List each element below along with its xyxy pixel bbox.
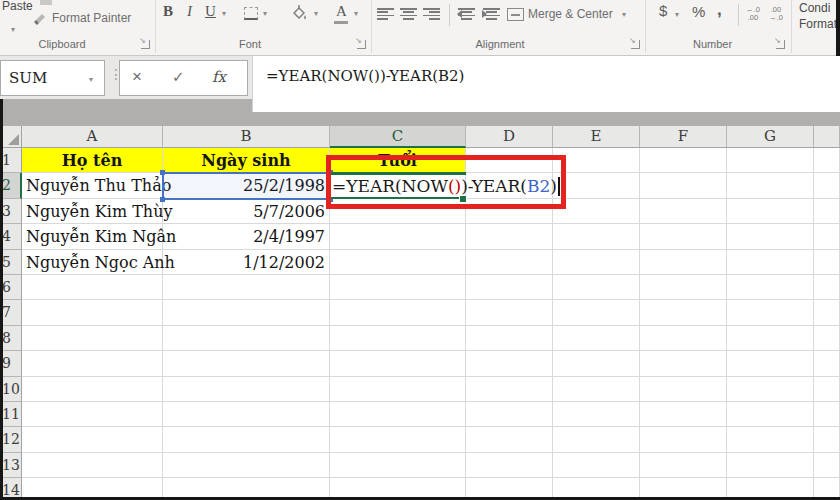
currency-format-button[interactable]: $ (659, 2, 667, 19)
cell-D10[interactable] (466, 377, 553, 402)
cell-G1[interactable] (727, 148, 814, 173)
cell-F13[interactable] (640, 453, 727, 478)
cell-A10[interactable] (22, 377, 163, 402)
align-left-icon[interactable] (377, 8, 394, 20)
cell-B8[interactable] (163, 326, 330, 351)
cancel-button[interactable]: × (132, 67, 142, 87)
cell-H7[interactable] (814, 300, 840, 325)
cell-C12[interactable] (330, 427, 466, 452)
row-header-2[interactable]: 2 (0, 173, 22, 198)
cell-F1[interactable] (640, 148, 727, 173)
cell-B5[interactable]: 1/12/2002 (163, 250, 330, 275)
row-header-10[interactable]: 10 (0, 377, 22, 402)
cell-H6[interactable] (814, 275, 840, 300)
cell-F10[interactable] (640, 377, 727, 402)
cell-A3[interactable]: Nguyễn Kim Thùy (22, 199, 163, 224)
cell-B3[interactable]: 5/7/2006 (163, 199, 330, 224)
bold-button[interactable]: B (163, 3, 173, 20)
increase-decimal-icon[interactable]: ←.0 .00 (743, 6, 763, 22)
cell-D11[interactable] (466, 402, 553, 427)
underline-button[interactable]: U (205, 3, 216, 20)
cell-C8[interactable] (330, 326, 466, 351)
cell-D12[interactable] (466, 427, 553, 452)
decrease-decimal-icon[interactable]: .00 →.0 (766, 6, 786, 22)
cell-C7[interactable] (330, 300, 466, 325)
cell-B4[interactable]: 2/4/1997 (163, 224, 330, 249)
cell-H8[interactable] (814, 326, 840, 351)
conditional-formatting-button-line2[interactable]: Format (799, 17, 837, 31)
cell-E11[interactable] (553, 402, 640, 427)
cell-B1[interactable]: Ngày sinh (163, 148, 330, 173)
cell-C9[interactable] (330, 351, 466, 376)
cell-H3[interactable] (814, 199, 840, 224)
fill-color-icon[interactable] (290, 5, 307, 21)
cell-H2[interactable] (814, 173, 840, 198)
cell-F9[interactable] (640, 351, 727, 376)
cell-F7[interactable] (640, 300, 727, 325)
font-dialog-launcher-icon[interactable] (357, 40, 366, 49)
percent-style-button[interactable]: % (692, 3, 705, 20)
cell-A5[interactable]: Nguyễn Ngọc Anh (22, 250, 163, 275)
cell-G12[interactable] (727, 427, 814, 452)
cell-A11[interactable] (22, 402, 163, 427)
cell-B9[interactable] (163, 351, 330, 376)
cell-F2[interactable] (640, 173, 727, 198)
row-header-11[interactable]: 11 (0, 402, 22, 427)
merge-center-caret-icon[interactable]: ▾ (622, 10, 626, 19)
cell-D6[interactable] (466, 275, 553, 300)
name-box[interactable]: SUM ▾ (0, 60, 105, 96)
currency-caret-icon[interactable]: ▾ (675, 10, 679, 19)
cell-H11[interactable] (814, 402, 840, 427)
cell-G3[interactable] (727, 199, 814, 224)
cell-H12[interactable] (814, 427, 840, 452)
borders-button-icon[interactable] (244, 7, 258, 20)
cell-C5[interactable] (330, 250, 466, 275)
format-painter-button[interactable]: Format Painter (52, 11, 131, 25)
insert-function-button[interactable]: fx (212, 68, 226, 86)
row-header-6[interactable]: 6 (0, 275, 22, 300)
column-header-G[interactable]: G (727, 126, 814, 148)
cell-E1[interactable] (553, 148, 640, 173)
cell-D5[interactable] (466, 250, 553, 275)
column-header-B[interactable]: B (163, 126, 330, 148)
cell-G9[interactable] (727, 351, 814, 376)
conditional-formatting-button[interactable]: Condi (799, 1, 830, 15)
column-header-C[interactable]: C (330, 126, 466, 148)
cell-H10[interactable] (814, 377, 840, 402)
cell-G13[interactable] (727, 453, 814, 478)
column-header-partial[interactable] (814, 126, 840, 148)
row-header-4[interactable]: 4 (0, 224, 22, 249)
cell-F5[interactable] (640, 250, 727, 275)
name-box-caret-icon[interactable]: ▾ (89, 75, 93, 84)
row-header-9[interactable]: 9 (0, 351, 22, 376)
font-color-button[interactable]: A (336, 3, 347, 20)
cell-B12[interactable] (163, 427, 330, 452)
decrease-indent-icon[interactable] (458, 8, 475, 20)
cell-F4[interactable] (640, 224, 727, 249)
comma-style-button[interactable]: , (717, 0, 722, 20)
align-center-icon[interactable] (400, 8, 417, 20)
cell-G8[interactable] (727, 326, 814, 351)
cell-E6[interactable] (553, 275, 640, 300)
cell-D7[interactable] (466, 300, 553, 325)
borders-caret-icon[interactable]: ▾ (263, 9, 267, 18)
cell-E7[interactable] (553, 300, 640, 325)
cell-G4[interactable] (727, 224, 814, 249)
cell-A13[interactable] (22, 453, 163, 478)
cell-E2[interactable] (553, 173, 640, 198)
clipboard-dialog-launcher-icon[interactable] (141, 40, 150, 49)
cell-A2[interactable]: Nguyễn Thu Thảo (22, 173, 163, 198)
cell-E10[interactable] (553, 377, 640, 402)
row-header-12[interactable]: 12 (0, 427, 22, 452)
italic-button[interactable]: I (187, 3, 192, 20)
row-header-7[interactable]: 7 (0, 300, 22, 325)
cell-B13[interactable] (163, 453, 330, 478)
cell-A6[interactable] (22, 275, 163, 300)
cell-G10[interactable] (727, 377, 814, 402)
cell-E4[interactable] (553, 224, 640, 249)
cell-E5[interactable] (553, 250, 640, 275)
cell-F3[interactable] (640, 199, 727, 224)
row-header-3[interactable]: 3 (0, 199, 22, 224)
row-header-13[interactable]: 13 (0, 453, 22, 478)
cell-H4[interactable] (814, 224, 840, 249)
